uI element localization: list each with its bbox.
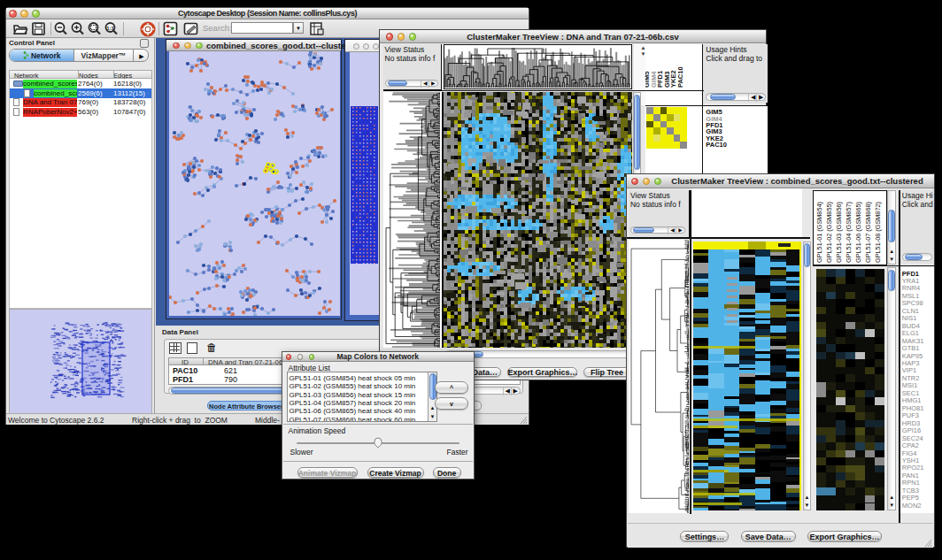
svg-text:GPL51-04 (GSM857): GPL51-04 (GSM857) [845, 202, 853, 263]
svg-text:GPL51-01 (GSM854): GPL51-01 (GSM854) [815, 202, 823, 263]
svg-text:GPL51-08 (GSM872): GPL51-08 (GSM872) [874, 202, 882, 263]
svg-text:GPL51-03 (GSM856): GPL51-03 (GSM856) [835, 202, 843, 263]
svg-text:GPL51-06 (GSM865): GPL51-06 (GSM865) [854, 202, 862, 263]
svg-text:PAC10: PAC10 [676, 67, 683, 88]
svg-text:GPL51-02 (GSM855): GPL51-02 (GSM855) [825, 202, 833, 263]
svg-text:GPL51-07 (GSM868): GPL51-07 (GSM868) [864, 202, 872, 263]
svg-text:1:1: 1:1 [106, 26, 114, 31]
